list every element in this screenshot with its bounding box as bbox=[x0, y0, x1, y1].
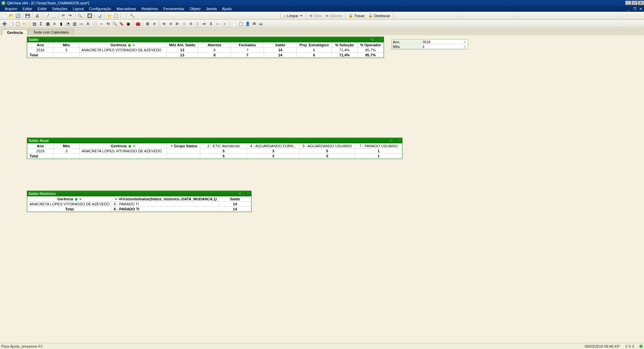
dist-h-icon[interactable]: ⇔ bbox=[201, 21, 207, 27]
chart-saldo-atual-caption[interactable]: Saldo Atual XL _ □ bbox=[27, 138, 402, 143]
col-status-2[interactable]: 2 - ETIC Atendendo bbox=[200, 144, 247, 149]
menu-config[interactable]: Configuração bbox=[87, 7, 114, 11]
back-button[interactable]: ◀Voltar bbox=[307, 13, 324, 18]
col-status-4[interactable]: 4 - AGUARDANDO FORN... bbox=[247, 144, 300, 149]
align-right-icon[interactable]: ⫸ bbox=[174, 21, 180, 27]
button-icon[interactable]: ⬜ bbox=[92, 21, 98, 27]
current-selections[interactable]: Ano 2018 ⊘ Mês 3 ⊘ bbox=[391, 39, 468, 49]
textobj-icon[interactable]: A bbox=[85, 21, 91, 27]
maximize-obj-icon[interactable]: □ bbox=[397, 139, 401, 142]
mdi-minimize[interactable]: _ bbox=[626, 7, 631, 11]
col-mes[interactable]: Mês bbox=[53, 144, 79, 149]
statbox-icon[interactable]: Σ bbox=[38, 21, 44, 27]
search-icon[interactable]: 🔍 bbox=[77, 13, 83, 19]
help-icon[interactable]: ❔ bbox=[122, 13, 128, 19]
user-props-icon[interactable]: 👤 bbox=[245, 21, 251, 27]
sheet-props-icon[interactable]: 📋 bbox=[238, 21, 244, 27]
chevron-down-icon[interactable] bbox=[170, 146, 173, 147]
menu-marcadores[interactable]: Marcadores bbox=[114, 7, 139, 11]
cycle-icon[interactable] bbox=[128, 145, 131, 148]
same-height-icon[interactable]: ↕ bbox=[221, 21, 227, 27]
chart-saldo-atual-table[interactable]: Ano Mês Gerência Grupo Status 2 - ETIC A… bbox=[27, 143, 402, 159]
col-gerencia[interactable]: Gerência bbox=[79, 43, 166, 48]
col-abertos[interactable]: Abertos bbox=[198, 43, 231, 48]
col-mes[interactable]: Mês bbox=[53, 43, 79, 48]
align-center-icon[interactable]: ≡ bbox=[168, 21, 174, 27]
maximize-button[interactable]: □ bbox=[632, 1, 638, 5]
slider-icon[interactable]: ⟲ bbox=[105, 21, 111, 27]
chart-saldo-table[interactable]: Ano Mês Gerência Mês Ant. Saldo Abertos … bbox=[27, 42, 384, 58]
cycle-icon[interactable] bbox=[75, 198, 77, 201]
mdi-close[interactable]: ✕ bbox=[638, 7, 643, 11]
chart-icon[interactable]: 📊 bbox=[96, 13, 102, 19]
chart-saldo-historico-table[interactable]: Gerência =Firstsortedvalue(Status_histor… bbox=[27, 196, 251, 212]
minimize-obj-icon[interactable]: _ bbox=[393, 139, 397, 142]
doc-props-icon[interactable]: 📄 bbox=[231, 21, 237, 27]
barchart-icon[interactable]: ▮ bbox=[58, 21, 64, 27]
col-ano[interactable]: Ano bbox=[28, 43, 53, 48]
webview-icon[interactable]: 🔧 bbox=[129, 13, 135, 19]
chevron-down-icon[interactable] bbox=[79, 199, 82, 200]
col-fechados[interactable]: Fechados bbox=[231, 43, 264, 48]
menu-ferramentas[interactable]: Ferramentas bbox=[161, 7, 187, 11]
col-expression[interactable]: =Firstsortedvalue(Status_historico,-DATA… bbox=[112, 197, 219, 202]
align-top-icon[interactable]: ⫶ bbox=[181, 21, 187, 27]
menu-exibir[interactable]: Exibir bbox=[35, 7, 50, 11]
listbox-icon[interactable]: ▤ bbox=[31, 21, 37, 27]
piechart-icon[interactable]: ◔ bbox=[65, 21, 71, 27]
col-saldo[interactable]: Saldo bbox=[264, 43, 297, 48]
straight-icon[interactable]: ▭ bbox=[78, 21, 84, 27]
tab-teste-calendario[interactable]: Teste com Calendario bbox=[28, 29, 74, 35]
minimize-obj-icon[interactable]: _ bbox=[375, 38, 378, 41]
tables-icon[interactable]: 🗂 bbox=[258, 21, 264, 27]
chart-saldo[interactable]: Saldo XL _ □ Ano Mês Gerência Mês Ant. S… bbox=[27, 37, 384, 58]
maximize-obj-icon[interactable]: □ bbox=[247, 192, 250, 195]
export-xl-icon[interactable]: XL bbox=[371, 38, 374, 41]
container-icon[interactable]: ▣ bbox=[125, 21, 131, 27]
export-xl-icon[interactable]: XL bbox=[238, 192, 242, 195]
minimize-obj-icon[interactable]: _ bbox=[243, 192, 246, 195]
menu-arquivo[interactable]: Arquivo bbox=[2, 7, 20, 11]
col-proj-estrategico[interactable]: Proj. Estratégico bbox=[297, 43, 332, 48]
grid-icon[interactable]: ⊞ bbox=[145, 21, 151, 27]
chevron-down-icon[interactable] bbox=[133, 146, 136, 147]
refresh-icon[interactable]: 🔄 bbox=[15, 13, 21, 19]
tab-gerencia[interactable]: Gerência bbox=[2, 29, 28, 36]
copy-sheet-icon[interactable]: 📑 bbox=[8, 21, 14, 27]
table-row[interactable]: ANACRETA LOPES VITORASSO DE AZEVEDO 6 - … bbox=[28, 202, 251, 207]
mdi-restore[interactable]: ❐ bbox=[632, 7, 637, 11]
table-row[interactable]: 2018 3 ANACRETA LOPES VITORASSO DE AZEVE… bbox=[28, 48, 384, 53]
bookmark-icon[interactable]: ⭐ bbox=[106, 13, 112, 19]
selections-icon[interactable]: 🔲 bbox=[87, 13, 93, 19]
unlock-button[interactable]: 🔓Destravar bbox=[367, 13, 392, 18]
col-gerencia[interactable]: Gerência bbox=[79, 144, 167, 149]
forward-button[interactable]: ▶Adiante bbox=[324, 13, 344, 18]
same-width-icon[interactable]: ↔ bbox=[215, 21, 221, 27]
redo-icon[interactable]: ↷ bbox=[67, 13, 73, 19]
col-mes-ant-saldo[interactable]: Mês Ant. Saldo bbox=[166, 43, 198, 48]
chart-saldo-caption[interactable]: Saldo XL _ □ bbox=[27, 37, 384, 42]
col-grupo-status[interactable]: Grupo Status bbox=[167, 144, 200, 149]
menu-ajuda[interactable]: Ajuda bbox=[219, 7, 234, 11]
table-row[interactable]: 2018 3 ANACRETA LOPES VITORASSO DE AZEVE… bbox=[28, 149, 402, 154]
export-xl-icon[interactable]: XL bbox=[389, 139, 393, 142]
pivot-icon[interactable]: ▥ bbox=[71, 21, 77, 27]
new-icon[interactable]: 📄 bbox=[1, 13, 7, 19]
close-button[interactable]: ✕ bbox=[638, 1, 644, 5]
selection-row-mes[interactable]: Mês 3 ⊘ bbox=[392, 44, 468, 49]
selection-row-ano[interactable]: Ano 2018 ⊘ bbox=[392, 40, 468, 44]
maximize-obj-icon[interactable]: □ bbox=[379, 38, 382, 41]
bookmark-obj-icon[interactable]: 🔖 bbox=[118, 21, 124, 27]
clear-selection-icon[interactable]: ⊘ bbox=[464, 45, 468, 48]
search-obj-icon[interactable]: 🔍 bbox=[112, 21, 118, 27]
dist-v-icon[interactable]: ⇕ bbox=[208, 21, 214, 27]
print-icon[interactable]: 🖨 bbox=[34, 13, 40, 19]
align-left-icon[interactable]: ⫷ bbox=[161, 21, 167, 27]
chart-saldo-atual[interactable]: Saldo Atual XL _ □ Ano Mês Gerência Grup… bbox=[27, 138, 402, 159]
line-icon[interactable]: ─ bbox=[98, 21, 104, 27]
variables-icon[interactable]: ✉ bbox=[251, 21, 257, 27]
chevron-down-icon[interactable] bbox=[115, 199, 117, 200]
note-icon[interactable]: 📋 bbox=[113, 13, 119, 19]
chart-saldo-historico[interactable]: Saldo Histórico XL _ □ Gerência =Firstso… bbox=[27, 191, 252, 212]
col-pct-operador[interactable]: % Operador bbox=[358, 43, 384, 48]
